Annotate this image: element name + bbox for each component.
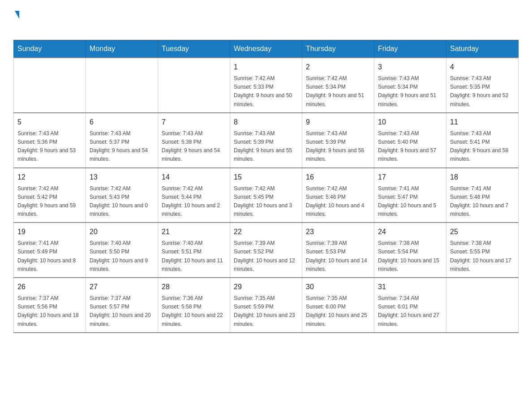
calendar-header-row: SundayMondayTuesdayWednesdayThursdayFrid… [14,40,519,58]
calendar-cell [14,58,86,113]
day-info: Sunrise: 7:42 AMSunset: 5:44 PMDaylight:… [162,184,226,219]
calendar-cell: 16Sunrise: 7:42 AMSunset: 5:46 PMDayligh… [302,168,374,223]
calendar-cell: 1Sunrise: 7:42 AMSunset: 5:33 PMDaylight… [230,58,302,113]
calendar-cell: 17Sunrise: 7:41 AMSunset: 5:47 PMDayligh… [374,168,446,223]
day-info: Sunrise: 7:43 AMSunset: 5:38 PMDaylight:… [162,129,226,164]
day-info: Sunrise: 7:43 AMSunset: 5:41 PMDaylight:… [450,129,515,164]
day-info: Sunrise: 7:42 AMSunset: 5:34 PMDaylight:… [306,74,370,109]
day-number: 1 [234,62,298,73]
calendar-cell: 18Sunrise: 7:41 AMSunset: 5:48 PMDayligh… [446,168,519,223]
day-number: 22 [234,227,298,237]
day-number: 26 [17,282,82,292]
day-number: 24 [378,227,442,237]
day-info: Sunrise: 7:39 AMSunset: 5:53 PMDaylight:… [306,239,370,274]
day-info: Sunrise: 7:35 AMSunset: 5:59 PMDaylight:… [234,294,298,329]
day-number: 5 [17,117,82,128]
calendar-cell: 23Sunrise: 7:39 AMSunset: 5:53 PMDayligh… [302,223,374,278]
day-number: 25 [450,227,515,237]
calendar-cell: 21Sunrise: 7:40 AMSunset: 5:51 PMDayligh… [158,223,230,278]
day-info: Sunrise: 7:43 AMSunset: 5:40 PMDaylight:… [378,129,442,164]
day-number: 28 [162,282,226,292]
calendar-table: SundayMondayTuesdayWednesdayThursdayFrid… [13,40,519,333]
day-info: Sunrise: 7:38 AMSunset: 5:55 PMDaylight:… [450,239,515,274]
day-info: Sunrise: 7:42 AMSunset: 5:46 PMDaylight:… [306,184,370,219]
calendar-cell: 25Sunrise: 7:38 AMSunset: 5:55 PMDayligh… [446,223,519,278]
day-number: 18 [450,172,515,183]
logo-arrow-icon [15,11,19,19]
header-day-friday: Friday [374,40,446,58]
day-info: Sunrise: 7:41 AMSunset: 5:47 PMDaylight:… [378,184,442,219]
day-number: 21 [162,227,226,237]
day-number: 3 [378,62,442,73]
header-day-monday: Monday [86,40,158,58]
day-info: Sunrise: 7:37 AMSunset: 5:56 PMDaylight:… [17,294,82,329]
day-info: Sunrise: 7:43 AMSunset: 5:37 PMDaylight:… [90,129,154,164]
calendar-cell: 2Sunrise: 7:42 AMSunset: 5:34 PMDaylight… [302,58,374,113]
calendar-week-row: 1Sunrise: 7:42 AMSunset: 5:33 PMDaylight… [14,58,519,113]
calendar-cell: 5Sunrise: 7:43 AMSunset: 5:36 PMDaylight… [14,113,86,168]
day-number: 19 [17,227,82,237]
calendar-cell: 29Sunrise: 7:35 AMSunset: 5:59 PMDayligh… [230,278,302,333]
day-number: 27 [90,282,154,292]
day-info: Sunrise: 7:35 AMSunset: 6:00 PMDaylight:… [306,294,370,329]
day-info: Sunrise: 7:39 AMSunset: 5:52 PMDaylight:… [234,239,298,274]
calendar-week-row: 12Sunrise: 7:42 AMSunset: 5:42 PMDayligh… [14,168,519,223]
day-info: Sunrise: 7:42 AMSunset: 5:45 PMDaylight:… [234,184,298,219]
day-info: Sunrise: 7:43 AMSunset: 5:35 PMDaylight:… [450,74,515,109]
calendar-cell: 8Sunrise: 7:43 AMSunset: 5:39 PMDaylight… [230,113,302,168]
calendar-cell: 9Sunrise: 7:43 AMSunset: 5:39 PMDaylight… [302,113,374,168]
calendar-cell [446,278,519,333]
day-info: Sunrise: 7:41 AMSunset: 5:48 PMDaylight:… [450,184,515,219]
day-number: 29 [234,282,298,292]
calendar-cell [86,58,158,113]
calendar-cell [158,58,230,113]
day-number: 8 [234,117,298,128]
day-number: 31 [378,282,442,292]
calendar-cell: 3Sunrise: 7:43 AMSunset: 5:34 PMDaylight… [374,58,446,113]
day-number: 30 [306,282,370,292]
page-header [13,9,519,31]
calendar-cell: 27Sunrise: 7:37 AMSunset: 5:57 PMDayligh… [86,278,158,333]
day-number: 11 [450,117,515,128]
day-number: 9 [306,117,370,128]
calendar-week-row: 19Sunrise: 7:41 AMSunset: 5:49 PMDayligh… [14,223,519,278]
calendar-cell: 10Sunrise: 7:43 AMSunset: 5:40 PMDayligh… [374,113,446,168]
calendar-cell: 20Sunrise: 7:40 AMSunset: 5:50 PMDayligh… [86,223,158,278]
day-info: Sunrise: 7:40 AMSunset: 5:50 PMDaylight:… [90,239,154,274]
calendar-cell: 28Sunrise: 7:36 AMSunset: 5:58 PMDayligh… [158,278,230,333]
day-number: 4 [450,62,515,73]
calendar-cell: 19Sunrise: 7:41 AMSunset: 5:49 PMDayligh… [14,223,86,278]
header-day-sunday: Sunday [14,40,86,58]
day-number: 14 [162,172,226,183]
day-info: Sunrise: 7:36 AMSunset: 5:58 PMDaylight:… [162,294,226,329]
day-info: Sunrise: 7:40 AMSunset: 5:51 PMDaylight:… [162,239,226,274]
day-info: Sunrise: 7:43 AMSunset: 5:39 PMDaylight:… [234,129,298,164]
day-info: Sunrise: 7:41 AMSunset: 5:49 PMDaylight:… [17,239,82,274]
day-info: Sunrise: 7:43 AMSunset: 5:39 PMDaylight:… [306,129,370,164]
day-info: Sunrise: 7:37 AMSunset: 5:57 PMDaylight:… [90,294,154,329]
calendar-cell: 12Sunrise: 7:42 AMSunset: 5:42 PMDayligh… [14,168,86,223]
calendar-cell: 13Sunrise: 7:42 AMSunset: 5:43 PMDayligh… [86,168,158,223]
header-day-wednesday: Wednesday [230,40,302,58]
calendar-cell: 31Sunrise: 7:34 AMSunset: 6:01 PMDayligh… [374,278,446,333]
calendar-cell: 30Sunrise: 7:35 AMSunset: 6:00 PMDayligh… [302,278,374,333]
day-number: 13 [90,172,154,183]
day-number: 6 [90,117,154,128]
day-number: 15 [234,172,298,183]
day-number: 16 [306,172,370,183]
day-number: 20 [90,227,154,237]
day-number: 23 [306,227,370,237]
calendar-cell: 7Sunrise: 7:43 AMSunset: 5:38 PMDaylight… [158,113,230,168]
calendar-week-row: 5Sunrise: 7:43 AMSunset: 5:36 PMDaylight… [14,113,519,168]
day-number: 2 [306,62,370,73]
day-number: 10 [378,117,442,128]
day-number: 7 [162,117,226,128]
day-info: Sunrise: 7:42 AMSunset: 5:33 PMDaylight:… [234,74,298,109]
calendar-cell: 4Sunrise: 7:43 AMSunset: 5:35 PMDaylight… [446,58,519,113]
logo [13,9,28,31]
day-info: Sunrise: 7:42 AMSunset: 5:42 PMDaylight:… [17,184,82,219]
calendar-cell: 14Sunrise: 7:42 AMSunset: 5:44 PMDayligh… [158,168,230,223]
calendar-cell: 11Sunrise: 7:43 AMSunset: 5:41 PMDayligh… [446,113,519,168]
calendar-cell: 15Sunrise: 7:42 AMSunset: 5:45 PMDayligh… [230,168,302,223]
day-info: Sunrise: 7:42 AMSunset: 5:43 PMDaylight:… [90,184,154,219]
